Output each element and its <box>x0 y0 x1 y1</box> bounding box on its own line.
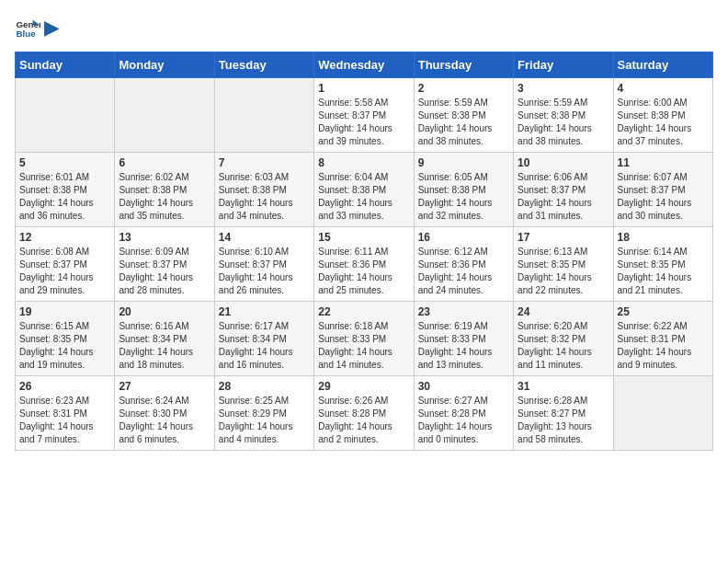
day-info: Sunrise: 5:59 AMSunset: 8:38 PMDaylight:… <box>518 97 609 148</box>
calendar-cell: 10 Sunrise: 6:06 AMSunset: 8:37 PMDaylig… <box>514 153 613 227</box>
day-info: Sunrise: 6:02 AMSunset: 8:38 PMDaylight:… <box>119 171 210 223</box>
day-number: 2 <box>418 82 509 95</box>
day-info: Sunrise: 6:18 AMSunset: 8:33 PMDaylight:… <box>318 320 409 372</box>
day-info: Sunrise: 6:16 AMSunset: 8:34 PMDaylight:… <box>119 320 210 372</box>
day-info: Sunrise: 6:23 AMSunset: 8:31 PMDaylight:… <box>19 395 110 446</box>
day-info: Sunrise: 6:22 AMSunset: 8:31 PMDaylight:… <box>618 320 709 372</box>
calendar-cell: 16 Sunrise: 6:12 AMSunset: 8:36 PMDaylig… <box>414 227 513 302</box>
day-number: 26 <box>19 380 110 393</box>
calendar-cell: 3 Sunrise: 5:59 AMSunset: 8:38 PMDayligh… <box>514 78 613 153</box>
day-info: Sunrise: 6:24 AMSunset: 8:30 PMDaylight:… <box>119 395 210 446</box>
day-number: 11 <box>618 156 709 169</box>
logo: General Blue ▶ <box>15 15 58 40</box>
calendar-cell: 29 Sunrise: 6:26 AMSunset: 8:28 PMDaylig… <box>314 376 414 451</box>
calendar-cell: 21 Sunrise: 6:17 AMSunset: 8:34 PMDaylig… <box>214 302 313 376</box>
day-number: 22 <box>318 305 409 318</box>
day-info: Sunrise: 6:19 AMSunset: 8:33 PMDaylight:… <box>418 320 509 372</box>
calendar-cell: 14 Sunrise: 6:10 AMSunset: 8:37 PMDaylig… <box>214 227 313 302</box>
calendar-cell: 22 Sunrise: 6:18 AMSunset: 8:33 PMDaylig… <box>314 302 414 376</box>
day-info: Sunrise: 6:28 AMSunset: 8:27 PMDaylight:… <box>518 395 609 446</box>
calendar-week-2: 5 Sunrise: 6:01 AMSunset: 8:38 PMDayligh… <box>16 153 713 227</box>
day-number: 31 <box>518 380 609 393</box>
calendar-cell: 9 Sunrise: 6:05 AMSunset: 8:38 PMDayligh… <box>414 153 513 227</box>
logo-icon: General Blue <box>15 15 40 40</box>
day-number: 9 <box>418 156 509 169</box>
day-number: 16 <box>418 231 509 244</box>
calendar-cell: 19 Sunrise: 6:15 AMSunset: 8:35 PMDaylig… <box>16 302 115 376</box>
calendar-cell: 26 Sunrise: 6:23 AMSunset: 8:31 PMDaylig… <box>16 376 115 451</box>
calendar-week-3: 12 Sunrise: 6:08 AMSunset: 8:37 PMDaylig… <box>16 227 713 302</box>
day-info: Sunrise: 5:58 AMSunset: 8:37 PMDaylight:… <box>318 97 409 148</box>
day-info: Sunrise: 6:07 AMSunset: 8:37 PMDaylight:… <box>618 171 709 223</box>
day-number: 18 <box>618 231 709 244</box>
calendar-cell: 30 Sunrise: 6:27 AMSunset: 8:28 PMDaylig… <box>414 376 513 451</box>
calendar-cell <box>16 78 115 153</box>
calendar-cell: 6 Sunrise: 6:02 AMSunset: 8:38 PMDayligh… <box>115 153 214 227</box>
day-info: Sunrise: 6:11 AMSunset: 8:36 PMDaylight:… <box>318 246 409 297</box>
day-info: Sunrise: 6:26 AMSunset: 8:28 PMDaylight:… <box>318 395 409 446</box>
day-number: 8 <box>318 156 409 169</box>
weekday-header-row: SundayMondayTuesdayWednesdayThursdayFrid… <box>16 52 713 78</box>
weekday-header-monday: Monday <box>115 52 214 78</box>
day-number: 25 <box>618 305 709 318</box>
weekday-header-saturday: Saturday <box>613 52 712 78</box>
calendar-week-5: 26 Sunrise: 6:23 AMSunset: 8:31 PMDaylig… <box>16 376 713 451</box>
day-number: 17 <box>518 231 609 244</box>
day-number: 21 <box>219 305 310 318</box>
day-number: 14 <box>219 231 310 244</box>
calendar-cell: 18 Sunrise: 6:14 AMSunset: 8:35 PMDaylig… <box>613 227 712 302</box>
day-info: Sunrise: 6:27 AMSunset: 8:28 PMDaylight:… <box>418 395 509 446</box>
day-number: 5 <box>19 156 110 169</box>
svg-text:Blue: Blue <box>16 29 36 39</box>
calendar-cell: 27 Sunrise: 6:24 AMSunset: 8:30 PMDaylig… <box>115 376 214 451</box>
calendar-week-1: 1 Sunrise: 5:58 AMSunset: 8:37 PMDayligh… <box>16 78 713 153</box>
day-info: Sunrise: 6:03 AMSunset: 8:38 PMDaylight:… <box>219 171 310 223</box>
calendar-cell: 17 Sunrise: 6:13 AMSunset: 8:35 PMDaylig… <box>514 227 613 302</box>
calendar-cell: 23 Sunrise: 6:19 AMSunset: 8:33 PMDaylig… <box>414 302 513 376</box>
calendar-cell: 8 Sunrise: 6:04 AMSunset: 8:38 PMDayligh… <box>314 153 414 227</box>
calendar-cell: 4 Sunrise: 6:00 AMSunset: 8:38 PMDayligh… <box>613 78 712 153</box>
day-number: 28 <box>219 380 310 393</box>
day-number: 4 <box>618 82 709 95</box>
calendar-week-4: 19 Sunrise: 6:15 AMSunset: 8:35 PMDaylig… <box>16 302 713 376</box>
day-number: 3 <box>518 82 609 95</box>
day-info: Sunrise: 6:13 AMSunset: 8:35 PMDaylight:… <box>518 246 609 297</box>
page-header: General Blue ▶ <box>15 15 713 40</box>
day-number: 19 <box>19 305 110 318</box>
day-info: Sunrise: 5:59 AMSunset: 8:38 PMDaylight:… <box>418 97 509 148</box>
day-info: Sunrise: 6:00 AMSunset: 8:38 PMDaylight:… <box>618 97 709 148</box>
day-number: 24 <box>518 305 609 318</box>
day-info: Sunrise: 6:09 AMSunset: 8:37 PMDaylight:… <box>119 246 210 297</box>
day-info: Sunrise: 6:05 AMSunset: 8:38 PMDaylight:… <box>418 171 509 223</box>
weekday-header-friday: Friday <box>514 52 613 78</box>
calendar-cell: 11 Sunrise: 6:07 AMSunset: 8:37 PMDaylig… <box>613 153 712 227</box>
day-info: Sunrise: 6:15 AMSunset: 8:35 PMDaylight:… <box>19 320 110 372</box>
day-info: Sunrise: 6:12 AMSunset: 8:36 PMDaylight:… <box>418 246 509 297</box>
weekday-header-tuesday: Tuesday <box>214 52 313 78</box>
day-info: Sunrise: 6:04 AMSunset: 8:38 PMDaylight:… <box>318 171 409 223</box>
calendar-cell: 7 Sunrise: 6:03 AMSunset: 8:38 PMDayligh… <box>214 153 313 227</box>
day-info: Sunrise: 6:17 AMSunset: 8:34 PMDaylight:… <box>219 320 310 372</box>
day-info: Sunrise: 6:08 AMSunset: 8:37 PMDaylight:… <box>19 246 110 297</box>
calendar-cell: 24 Sunrise: 6:20 AMSunset: 8:32 PMDaylig… <box>514 302 613 376</box>
calendar-cell <box>115 78 214 153</box>
calendar-cell: 28 Sunrise: 6:25 AMSunset: 8:29 PMDaylig… <box>214 376 313 451</box>
calendar-cell: 20 Sunrise: 6:16 AMSunset: 8:34 PMDaylig… <box>115 302 214 376</box>
day-info: Sunrise: 6:10 AMSunset: 8:37 PMDaylight:… <box>219 246 310 297</box>
day-number: 15 <box>318 231 409 244</box>
day-number: 6 <box>119 156 210 169</box>
day-info: Sunrise: 6:20 AMSunset: 8:32 PMDaylight:… <box>518 320 609 372</box>
weekday-header-sunday: Sunday <box>16 52 115 78</box>
day-number: 20 <box>119 305 210 318</box>
day-number: 12 <box>19 231 110 244</box>
calendar-cell: 2 Sunrise: 5:59 AMSunset: 8:38 PMDayligh… <box>414 78 513 153</box>
day-number: 1 <box>318 82 409 95</box>
calendar-cell: 31 Sunrise: 6:28 AMSunset: 8:27 PMDaylig… <box>514 376 613 451</box>
weekday-header-wednesday: Wednesday <box>314 52 414 78</box>
day-number: 30 <box>418 380 509 393</box>
day-number: 27 <box>119 380 210 393</box>
weekday-header-thursday: Thursday <box>414 52 513 78</box>
day-info: Sunrise: 6:14 AMSunset: 8:35 PMDaylight:… <box>618 246 709 297</box>
day-info: Sunrise: 6:06 AMSunset: 8:37 PMDaylight:… <box>518 171 609 223</box>
calendar-cell: 5 Sunrise: 6:01 AMSunset: 8:38 PMDayligh… <box>16 153 115 227</box>
